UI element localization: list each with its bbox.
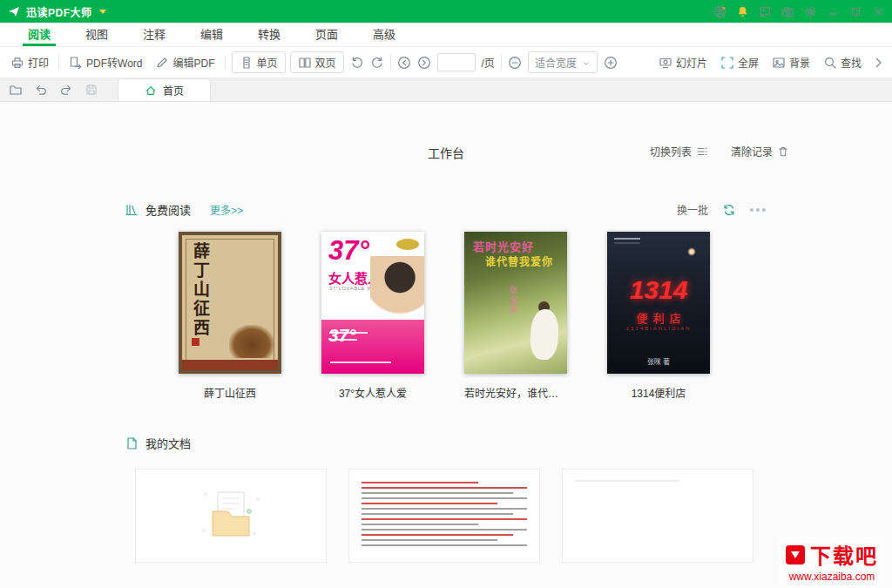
maximize-button[interactable] <box>849 5 862 18</box>
free-reading-more-link[interactable]: 更多>> <box>210 202 243 217</box>
book-card[interactable]: 薛丁山征西 薛丁山征西 <box>179 232 281 400</box>
download-site-logo-icon <box>786 545 805 564</box>
zoom-out-icon[interactable] <box>508 56 522 70</box>
slideshow-label: 幻灯片 <box>676 55 707 70</box>
reading-toolbar: 打印 PDF转Word 编辑PDF 单页 双页 /页 适合宽度 幻灯片 全屏 <box>0 47 892 78</box>
more-options-icon[interactable] <box>750 208 766 212</box>
app-menu-caret-icon[interactable] <box>99 10 106 14</box>
book-cover[interactable]: 若时光安好 谁代替我爱你 张宝爱 <box>464 232 567 374</box>
list-icon <box>696 145 708 158</box>
tab-page[interactable]: 页面 <box>298 23 355 46</box>
page-unit-label: /页 <box>482 55 495 70</box>
my-documents-title: 我的文档 <box>145 435 191 451</box>
tab-annotate[interactable]: 注释 <box>125 23 183 46</box>
book-cover[interactable]: 薛丁山征西 <box>179 232 281 374</box>
chevron-down-icon <box>582 58 591 67</box>
tab-read[interactable]: 阅读 <box>10 23 68 46</box>
background-label: 背景 <box>789 55 810 70</box>
home-tab-label: 首页 <box>163 83 184 98</box>
my-documents-header: 我的文档 <box>125 435 766 451</box>
tab-edit[interactable]: 编辑 <box>183 23 240 46</box>
book-card[interactable]: 若时光安好 谁代替我爱你 张宝爱 若时光安好，谁代替… <box>464 232 567 400</box>
close-button[interactable] <box>872 5 885 18</box>
screenshot-camera-icon[interactable] <box>781 5 794 18</box>
horse-illustration <box>229 325 274 358</box>
switch-list-label: 切换列表 <box>650 144 692 159</box>
single-page-button[interactable]: 单页 <box>232 51 286 73</box>
slideshow-button[interactable]: 幻灯片 <box>655 52 711 72</box>
clear-records-button[interactable]: 清除记录 <box>731 144 789 159</box>
switch-list-button[interactable]: 切换列表 <box>650 144 708 159</box>
home-icon <box>145 84 157 97</box>
zoom-in-icon[interactable] <box>604 56 618 70</box>
double-page-icon <box>298 56 312 70</box>
edit-pdf-label: 编辑PDF <box>172 55 214 70</box>
print-button[interactable]: 打印 <box>7 52 52 72</box>
book-title: 1314便利店 <box>632 385 686 400</box>
app-identity: 迅读PDF大师 <box>7 4 106 19</box>
find-button[interactable]: 查找 <box>820 52 865 72</box>
refresh-icon[interactable] <box>722 203 736 217</box>
tab-convert[interactable]: 转换 <box>240 23 298 46</box>
trash-icon <box>777 145 789 158</box>
redo-icon[interactable] <box>59 83 73 97</box>
zoom-mode-select[interactable]: 适合宽度 <box>528 51 598 73</box>
free-reading-books: 薛丁山征西 薛丁山征西 37° 女人惹人爱 37°LOVABLE WOMAN 3… <box>179 232 892 400</box>
tab-advanced[interactable]: 高级 <box>355 23 413 46</box>
document-thumbnail[interactable] <box>348 469 540 563</box>
book-cover[interactable]: 37° 女人惹人爱 37°LOVABLE WOMAN 37° <box>321 232 424 374</box>
background-button[interactable]: 背景 <box>768 52 814 72</box>
tab-view[interactable]: 视图 <box>68 23 125 46</box>
notification-bell-icon[interactable] <box>736 5 749 18</box>
pencil-icon <box>155 56 169 70</box>
quick-access-bar: 首页 <box>0 78 892 102</box>
image-icon <box>772 56 786 70</box>
book-title: 薛丁山征西 <box>204 385 256 400</box>
workbench-page: 工作台 切换列表 清除记录 免费阅读 更多>> 换一批 <box>0 144 892 588</box>
watermark-url: www.xiazaiba.com <box>786 571 878 583</box>
toolbar-overflow-chevron-icon[interactable] <box>871 56 885 70</box>
settings-gear-icon[interactable] <box>804 5 817 18</box>
separator <box>58 55 59 71</box>
find-label: 查找 <box>841 55 862 70</box>
page-number-input[interactable] <box>437 53 476 71</box>
seal-stamp <box>192 338 199 346</box>
fullscreen-icon <box>720 56 734 70</box>
edit-pdf-button[interactable]: 编辑PDF <box>152 52 218 72</box>
document-thumbnail[interactable] <box>135 469 327 563</box>
single-page-label: 单页 <box>257 55 278 70</box>
document-text-preview <box>575 480 679 482</box>
change-batch-button[interactable]: 换一批 <box>677 202 708 217</box>
home-tab[interactable]: 首页 <box>118 78 211 101</box>
book-cover[interactable]: 1314 便利店 1314BIANLIDIAN 张咪 著 <box>607 232 710 374</box>
clear-records-label: 清除记录 <box>731 144 773 159</box>
document-icon <box>125 436 139 450</box>
pdf-to-word-button[interactable]: PDF转Word <box>65 52 145 72</box>
minimize-button[interactable] <box>827 5 840 18</box>
fullscreen-button[interactable]: 全屏 <box>717 52 762 72</box>
book-card[interactable]: 37° 女人惹人爱 37°LOVABLE WOMAN 37° 37°女人惹人爱 <box>321 232 424 400</box>
rotate-left-icon[interactable] <box>350 56 364 70</box>
book-card[interactable]: 1314 便利店 1314BIANLIDIAN 张咪 著 1314便利店 <box>607 232 710 400</box>
document-thumbnail[interactable] <box>562 469 753 563</box>
titlebar-controls <box>713 5 885 18</box>
print-label: 打印 <box>28 55 49 70</box>
user-account-icon[interactable] <box>713 5 726 18</box>
undo-icon[interactable] <box>34 83 48 97</box>
message-icon[interactable] <box>759 5 772 18</box>
woman-photo <box>370 256 424 317</box>
projector-icon <box>659 56 672 70</box>
single-page-icon <box>240 56 253 70</box>
search-icon <box>823 56 837 70</box>
convert-word-icon <box>69 56 83 70</box>
pdf-to-word-label: PDF转Word <box>86 55 142 70</box>
bookshelf-icon <box>125 203 139 217</box>
rotate-right-icon[interactable] <box>370 56 384 70</box>
separator <box>501 55 502 71</box>
document-illustration <box>197 485 265 546</box>
previous-page-icon[interactable] <box>397 56 411 70</box>
double-page-button[interactable]: 双页 <box>290 51 344 73</box>
next-page-icon[interactable] <box>417 56 431 70</box>
save-icon[interactable] <box>84 83 98 97</box>
open-folder-icon[interactable] <box>9 83 23 97</box>
